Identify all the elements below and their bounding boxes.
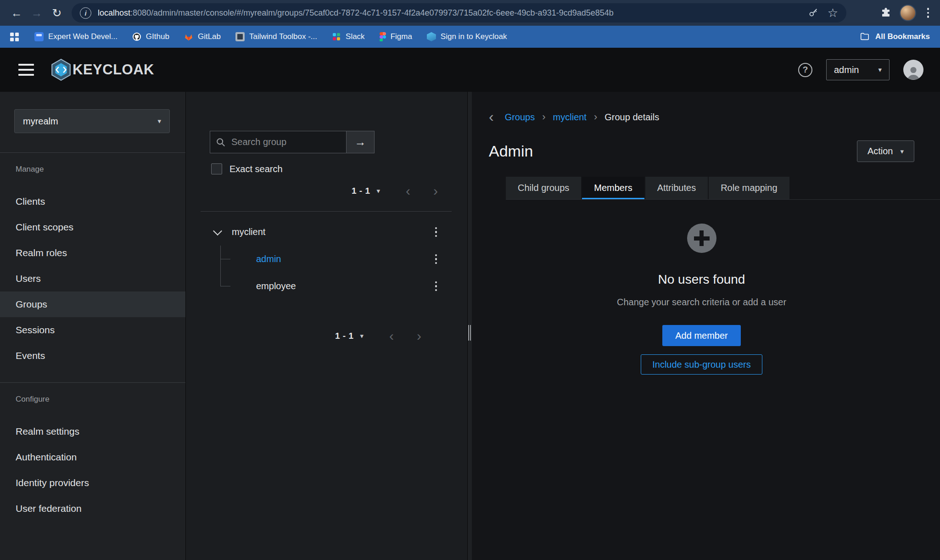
tab-role-mapping[interactable]: Role mapping — [709, 177, 789, 199]
pagination-prev-icon[interactable]: ‹ — [406, 185, 410, 196]
pagination-bottom: 1 - 1 ▾ ‹ › — [186, 327, 421, 345]
pagination-next-icon[interactable]: › — [417, 330, 421, 342]
sidebar-item-client-scopes[interactable]: Client scopes — [0, 214, 185, 240]
bookmark-gitlab[interactable]: GitLab — [184, 32, 221, 41]
angle-down-icon[interactable] — [213, 226, 222, 235]
forward-button[interactable]: → — [27, 3, 47, 23]
keycloak-logo[interactable]: KEYCLOAK — [50, 58, 154, 81]
add-member-button[interactable]: Add member — [662, 325, 741, 346]
gitlab-favicon — [184, 32, 193, 41]
site-info-icon[interactable]: i — [80, 7, 91, 19]
sidebar-item-realm-settings[interactable]: Realm settings — [0, 419, 185, 444]
user-avatar[interactable] — [903, 60, 923, 80]
exact-search-checkbox[interactable] — [211, 163, 222, 174]
search-submit-button[interactable]: → — [347, 131, 375, 153]
bookmark-label: Slack — [346, 32, 365, 41]
sidebar-item-users[interactable]: Users — [0, 266, 185, 291]
sidebar-item-realm-roles[interactable]: Realm roles — [0, 240, 185, 266]
caret-down-icon: ▾ — [157, 117, 161, 125]
help-icon[interactable]: ? — [798, 63, 812, 77]
groups-tree-panel: → Exact search 1 - 1 ▾ ‹ › myclient — [186, 92, 468, 560]
masthead-right: ? admin ▾ — [798, 59, 923, 80]
bookmark-tailwind-toolbox[interactable]: Tailwind Toolbox -... — [235, 32, 317, 41]
browser-profile-avatar[interactable] — [900, 5, 916, 21]
breadcrumb-groups[interactable]: Groups — [505, 112, 535, 123]
tree-item-myclient[interactable]: myclient — [232, 227, 265, 237]
browser-toolbar: ← → ↻ i localhost:8080/admin/master/cons… — [0, 0, 940, 26]
bookmark-label: Expert Web Devel... — [48, 32, 118, 41]
sidebar-item-sessions[interactable]: Sessions — [0, 317, 185, 343]
kebab-menu-icon[interactable] — [432, 279, 440, 294]
nav-section-manage: Manage — [16, 165, 185, 174]
panel-resize-handle[interactable] — [468, 92, 472, 560]
nav-manage: Clients Client scopes Realm roles Users … — [0, 189, 185, 369]
pagination-range[interactable]: 1 - 1 — [352, 186, 370, 196]
chevron-right-icon: › — [542, 113, 545, 121]
sidebar-item-identity-providers[interactable]: Identity providers — [0, 470, 185, 496]
bookmark-github[interactable]: GIthub — [132, 32, 169, 41]
page-title: Admin — [489, 142, 533, 160]
url-path: :8080/admin/master/console/#/myrealm/gro… — [130, 8, 614, 17]
sidebar-item-clients[interactable]: Clients — [0, 189, 185, 214]
bookmark-label: Tailwind Toolbox -... — [249, 32, 317, 41]
group-search-input[interactable] — [230, 136, 341, 148]
extensions-icon[interactable] — [880, 7, 891, 18]
caret-down-icon: ▾ — [900, 147, 904, 156]
tab-child-groups[interactable]: Child groups — [506, 177, 581, 199]
action-menu-button[interactable]: Action ▾ — [857, 140, 914, 162]
sidebar-item-events[interactable]: Events — [0, 343, 185, 369]
app-masthead: KEYCLOAK ? admin ▾ — [0, 48, 940, 92]
bookmark-expert-web[interactable]: Expert Web Devel... — [34, 32, 118, 41]
sidebar-item-authentication[interactable]: Authentication — [0, 444, 185, 470]
browser-menu-icon[interactable] — [924, 5, 932, 21]
sidebar-item-user-federation[interactable]: User federation — [0, 496, 185, 521]
breadcrumb-back-icon[interactable]: ‹ — [489, 111, 494, 123]
tab-members[interactable]: Members — [582, 177, 644, 199]
tree-item-employee[interactable]: employee — [256, 281, 296, 291]
include-subgroup-users-button[interactable]: Include sub-group users — [641, 354, 762, 375]
sidebar-item-groups[interactable]: Groups — [0, 291, 185, 317]
toolbar-right — [880, 5, 934, 21]
nav-section-configure: Configure — [16, 395, 185, 404]
bookmark-keycloak[interactable]: Sign in to Keycloak — [427, 32, 507, 41]
bookmark-label: GitLab — [198, 32, 221, 41]
empty-state: No users found Change your search criter… — [489, 224, 914, 375]
password-key-icon[interactable] — [808, 8, 818, 18]
title-row: Admin Action ▾ — [489, 140, 914, 162]
keycloak-favicon — [427, 32, 436, 41]
all-bookmarks-button[interactable]: All Bookmarks — [860, 32, 930, 42]
pagination-caret-icon[interactable]: ▾ — [376, 187, 380, 195]
bookmark-slack[interactable]: Slack — [332, 32, 365, 41]
tabs: Child groups Members Attributes Role map… — [506, 177, 940, 200]
nav-toggle-icon[interactable] — [17, 62, 36, 78]
address-bar[interactable]: i localhost:8080/admin/master/console/#/… — [72, 3, 846, 22]
tree-item-admin[interactable]: admin — [256, 254, 281, 264]
reload-button[interactable]: ↻ — [47, 3, 67, 23]
pagination-prev-icon[interactable]: ‹ — [389, 330, 394, 342]
tab-attributes[interactable]: Attributes — [645, 177, 708, 199]
group-tree: myclient admin employee — [186, 218, 467, 300]
back-button[interactable]: ← — [6, 3, 27, 23]
chevron-right-icon: › — [594, 113, 597, 121]
bookmark-figma[interactable]: Figma — [380, 32, 412, 41]
breadcrumb-current: Group details — [604, 112, 659, 123]
tree-divider — [201, 211, 452, 212]
realm-selector[interactable]: myrealm ▾ — [14, 109, 170, 133]
pagination-caret-icon[interactable]: ▾ — [360, 332, 364, 340]
url-text: localhost:8080/admin/master/console/#/my… — [98, 8, 802, 18]
browser-window: ← → ↻ i localhost:8080/admin/master/cons… — [0, 0, 940, 560]
tree-connector — [220, 259, 230, 259]
pagination-next-icon[interactable]: › — [433, 185, 438, 196]
kebab-menu-icon[interactable] — [432, 224, 440, 240]
resize-grip-icon — [468, 325, 471, 341]
kebab-menu-icon[interactable] — [432, 252, 440, 267]
pagination-range[interactable]: 1 - 1 — [335, 331, 354, 341]
tree-row-myclient: myclient — [186, 218, 467, 246]
apps-grid-icon[interactable] — [10, 33, 19, 41]
user-menu[interactable]: admin ▾ — [826, 59, 890, 80]
empty-state-title: No users found — [658, 272, 745, 287]
brand-text: KEYCLOAK — [73, 62, 154, 78]
caret-down-icon: ▾ — [878, 66, 882, 74]
breadcrumb-myclient[interactable]: myclient — [553, 112, 587, 123]
bookmark-star-icon[interactable]: ☆ — [828, 6, 838, 20]
